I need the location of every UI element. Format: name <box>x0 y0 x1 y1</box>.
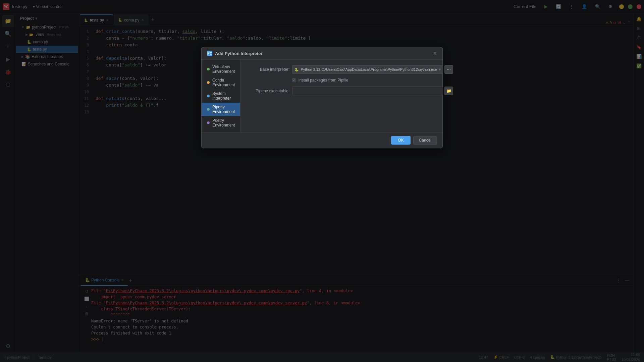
interpreter-browse-btn[interactable]: ⋯ <box>444 65 453 74</box>
modal-close-btn[interactable]: ✕ <box>433 51 437 56</box>
modal-body: Virtualenv Environment Conda Environment… <box>202 60 442 132</box>
install-packages-label: Install packages from Pipfile <box>298 78 348 83</box>
conda-dot <box>207 81 210 84</box>
pipenv-executable-label: Pipenv executable: <box>246 89 289 93</box>
base-interpreter-row: Base interpreter: 🐍 Python 3.12 C:\Users… <box>246 65 453 74</box>
modal-icon: PC <box>207 51 212 56</box>
menu-poetry[interactable]: Poetry Environment <box>202 116 240 130</box>
virtualenv-dot <box>207 68 210 70</box>
modal-header: PC Add Python Interpreter ✕ <box>202 47 442 60</box>
menu-pipenv[interactable]: Pipenv Environment <box>202 103 240 116</box>
system-dot <box>207 95 210 97</box>
modal-title: Add Python Interpreter <box>215 51 263 56</box>
modal-menu: Virtualenv Environment Conda Environment… <box>202 60 240 132</box>
install-packages-checkbox[interactable]: ✓ <box>292 78 296 82</box>
pipenv-browse-btn[interactable]: 📁 <box>444 87 453 95</box>
menu-conda[interactable]: Conda Environment <box>202 76 240 89</box>
cancel-btn[interactable]: Cancel <box>413 136 437 145</box>
pipenv-executable-row: Pipenv executable: 📁 <box>246 87 453 95</box>
menu-system[interactable]: System Interpreter <box>202 89 240 103</box>
pipenv-executable-input[interactable] <box>292 87 443 95</box>
ok-btn[interactable]: OK <box>391 136 410 145</box>
modal-footer: OK Cancel <box>202 132 442 148</box>
base-interpreter-select[interactable]: 🐍 Python 3.12 C:\Users\Caio\AppData\Loca… <box>292 65 443 74</box>
base-interpreter-label: Base interpreter: <box>246 67 289 72</box>
pipenv-executable-input-group: 📁 <box>292 87 453 95</box>
base-interpreter-input-group: 🐍 Python 3.12 C:\Users\Caio\AppData\Loca… <box>292 65 453 74</box>
pipenv-dot <box>207 108 210 111</box>
modal-form: Base interpreter: 🐍 Python 3.12 C:\Users… <box>240 60 459 132</box>
poetry-dot <box>207 121 210 124</box>
install-packages-row: ✓ Install packages from Pipfile <box>246 78 453 83</box>
modal-overlay: PC Add Python Interpreter ✕ Virtualenv E… <box>0 0 644 362</box>
menu-virtualenv[interactable]: Virtualenv Environment <box>202 62 240 76</box>
modal-dialog: PC Add Python Interpreter ✕ Virtualenv E… <box>201 47 443 148</box>
